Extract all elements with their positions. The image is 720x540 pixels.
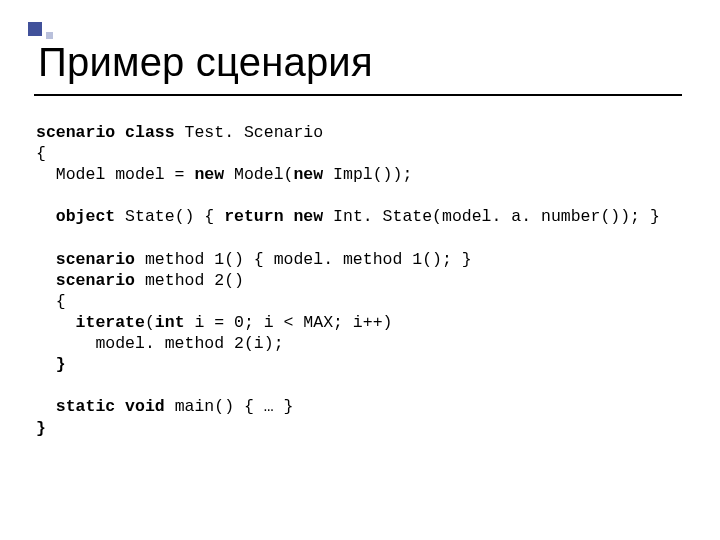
kw-object: object — [36, 207, 115, 226]
code-text: Test. Scenario — [175, 123, 324, 142]
kw-int: int — [155, 313, 185, 332]
slide: Пример сценария scenario class Test. Sce… — [0, 0, 720, 540]
slide-title: Пример сценария — [38, 40, 373, 85]
code-text: Model model = — [36, 165, 194, 184]
code-text: main() { … } — [165, 397, 294, 416]
horizontal-rule — [34, 94, 682, 96]
code-text: method 1() { model. method 1(); } — [135, 250, 472, 269]
code-text: Int. State(model. a. number()); } — [323, 207, 660, 226]
code-text: method 2() — [135, 271, 244, 290]
kw-scenario: scenario — [36, 250, 135, 269]
code-text: model. method 2(i); — [36, 334, 284, 353]
code-text: i = 0; i < MAX; i++) — [185, 313, 393, 332]
code-text: State() { — [115, 207, 224, 226]
code-text: Model( — [224, 165, 293, 184]
code-text: Impl()); — [323, 165, 412, 184]
code-text: ( — [145, 313, 155, 332]
code-text: { — [36, 144, 46, 163]
code-block: scenario class Test. Scenario { Model mo… — [36, 122, 660, 439]
kw-scenario: scenario — [36, 271, 135, 290]
kw-return-new: return new — [224, 207, 323, 226]
kw-iterate: iterate — [36, 313, 145, 332]
accent-square-small-icon — [46, 32, 53, 39]
kw-static-void: static void — [36, 397, 165, 416]
code-text: } — [36, 419, 46, 438]
kw-new: new — [194, 165, 224, 184]
kw-scenario-class: scenario class — [36, 123, 175, 142]
kw-new: new — [293, 165, 323, 184]
code-text: { — [36, 292, 66, 311]
code-text: } — [36, 355, 66, 374]
accent-square-icon — [28, 22, 42, 36]
